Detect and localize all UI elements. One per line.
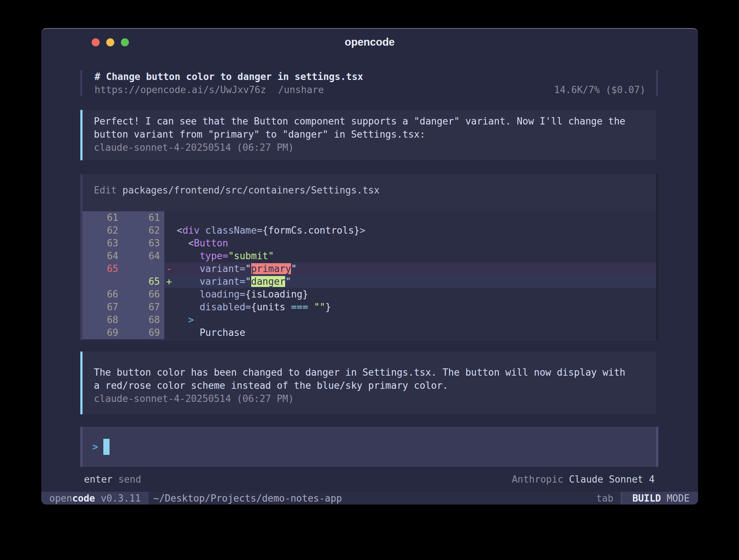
text-cursor [103, 439, 110, 455]
diff-new-line-number: 65 [123, 275, 164, 288]
code-token: disabled= [200, 302, 251, 312]
edit-tool-action: Edit [94, 185, 122, 196]
code-token: === [291, 302, 308, 312]
window-title: opencode [41, 36, 698, 48]
footer-hints: enter send Anthropic Claude Sonnet 4 [84, 473, 655, 486]
session-border-left [80, 70, 82, 96]
diff-new-line-number: 64 [123, 250, 164, 262]
diff-code-line: > [176, 314, 194, 326]
diff-old-line-number: 63 [83, 237, 123, 250]
diff-change-marker [164, 250, 176, 262]
diff-change-marker [164, 314, 176, 326]
code-token: " [291, 263, 297, 274]
app-name-open: open [49, 493, 72, 504]
code-token [177, 263, 200, 274]
diff-word-highlight: danger [251, 276, 286, 287]
diff-new-line-number: 62 [123, 224, 164, 237]
diff-change-marker [164, 237, 176, 250]
model-indicator: Anthropic Claude Sonnet 4 [512, 473, 655, 486]
edit-tool-block: Edit packages/frontend/src/containers/Se… [80, 174, 656, 340]
diff-row: 6767 disabled={units === ""} [83, 301, 656, 314]
code-token: } [325, 302, 331, 312]
provider-name: Anthropic [512, 474, 563, 485]
code-token [177, 327, 200, 338]
diff-code-line: <div className={formCs.controls}> [176, 224, 365, 237]
diff-code-line: variant="danger" [176, 275, 291, 288]
tab-key-hint[interactable]: tab [596, 492, 613, 505]
code-token: > [360, 225, 365, 236]
prompt-input[interactable]: > [80, 427, 656, 467]
diff-row: 6868 > [83, 314, 656, 326]
code-token: div [183, 225, 200, 236]
diff-new-line-number: 66 [123, 288, 164, 301]
diff-new-line-number: 61 [123, 211, 164, 224]
diff-change-marker [164, 288, 176, 301]
diff-old-line-number: 62 [83, 224, 123, 237]
diff-row: 6969 Purchase [83, 326, 656, 339]
window-titlebar: opencode [41, 29, 698, 49]
code-token [308, 302, 314, 312]
diff-old-line-number: 66 [83, 288, 123, 301]
message-text-line: Perfect! I can see that the Button compo… [83, 115, 656, 128]
diff-code-line: Purchase [176, 326, 245, 339]
edit-tool-filepath: packages/frontend/src/containers/Setting… [122, 185, 379, 196]
diff-code-line: variant="primary" [176, 262, 297, 275]
send-action-label: send [112, 474, 141, 485]
diff-code-line: disabled={units === ""} [176, 301, 331, 314]
diff-row: 65+ variant="danger" [83, 275, 656, 288]
session-title: # Change button color to danger in setti… [80, 70, 658, 83]
code-token [177, 276, 200, 287]
prompt-border-right [656, 427, 658, 467]
edit-tool-title: Edit packages/frontend/src/containers/Se… [83, 184, 656, 197]
model-name: Claude Sonnet 4 [563, 474, 655, 485]
context-usage: 14.6K/7% ($0.07) [554, 83, 646, 96]
diff-old-line-number: 68 [83, 314, 123, 326]
diff-change-marker [164, 224, 176, 237]
code-token: type= [200, 250, 228, 261]
diff-old-line-number: 69 [83, 326, 123, 339]
send-hint: enter send [84, 473, 141, 486]
diff-row: 6464 type="submit" [83, 250, 656, 262]
message-text-line: button variant from "primary" to "danger… [83, 128, 656, 141]
diff-new-line-number [123, 262, 164, 275]
code-token: > [188, 314, 194, 325]
code-token [177, 250, 200, 261]
share-url[interactable]: https://opencode.ai/s/UwJxv76z [95, 83, 266, 96]
diff-change-marker [164, 301, 176, 314]
code-token: Purchase [200, 327, 245, 338]
diff-row: 65- variant="primary" [83, 262, 656, 275]
diff-row: 6161 [83, 211, 656, 224]
code-token [177, 289, 200, 300]
diff-row: 6666 loading={isLoading} [83, 288, 656, 301]
code-token: " [285, 276, 291, 287]
prompt-symbol: > [92, 441, 98, 452]
code-token: "submit" [228, 250, 274, 261]
code-token: " [245, 263, 251, 274]
diff-old-line-number [83, 275, 123, 288]
edit-scrollbar[interactable] [656, 174, 658, 340]
opencode-window: opencode # Change button color to danger… [41, 28, 698, 505]
diff-new-line-number: 63 [123, 237, 164, 250]
diff-code-line: type="submit" [176, 250, 274, 262]
app-name-code: code [72, 493, 95, 504]
code-token: < [177, 225, 183, 236]
diff-change-marker [164, 211, 176, 224]
unshare-command[interactable]: /unshare [278, 83, 324, 96]
code-token: variant= [200, 263, 245, 274]
code-token: loading= [200, 289, 245, 300]
diff-old-line-number: 61 [83, 211, 123, 224]
code-token: " [245, 276, 251, 287]
enter-key-hint: enter [84, 474, 112, 485]
code-token [177, 302, 200, 312]
mode-indicator: tab BUILD MODE [596, 492, 698, 505]
diff-new-line-number: 69 [123, 326, 164, 339]
diff-new-line-number: 67 [123, 301, 164, 314]
diff-change-marker: - [164, 262, 176, 275]
code-token: {units [251, 302, 291, 312]
code-token [200, 225, 206, 236]
diff-new-line-number: 68 [123, 314, 164, 326]
working-directory: ~/Desktop/Projects/demo-notes-app [153, 492, 342, 505]
code-token: Button [194, 238, 228, 249]
diff-old-line-number: 67 [83, 301, 123, 314]
mode-build-label: BUILD [632, 493, 661, 504]
